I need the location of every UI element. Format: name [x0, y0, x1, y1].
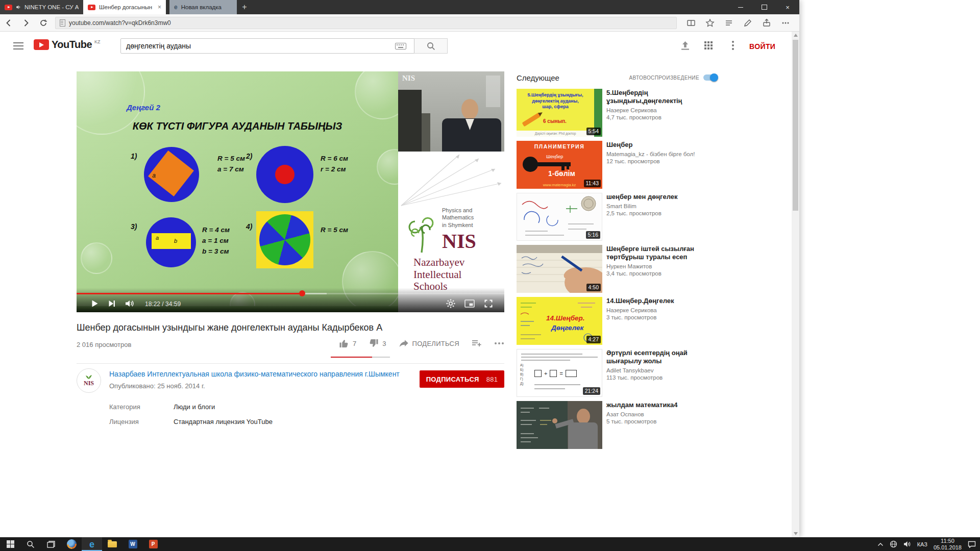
- dislike-button[interactable]: 3: [369, 338, 386, 348]
- video-more-button[interactable]: [494, 342, 504, 345]
- nis-tree-icon: [406, 211, 438, 254]
- share-button[interactable]: [760, 16, 774, 30]
- add-to-playlist-button[interactable]: [472, 339, 482, 347]
- sign-in-button[interactable]: ВОЙТИ: [749, 42, 775, 51]
- favorites-button[interactable]: [703, 16, 717, 30]
- related-video-title[interactable]: шеңбер мен дөңгелек: [606, 193, 718, 201]
- subscribe-button[interactable]: ПОДПИСАТЬСЯ 881: [420, 370, 504, 388]
- browser-tab-new[interactable]: e Новая вкладка: [169, 0, 237, 14]
- start-button[interactable]: [0, 537, 20, 551]
- tab-title: Шенбер догасынын узы: [99, 4, 152, 10]
- video-thumbnail[interactable]: 5:16: [517, 193, 602, 241]
- channel-avatar[interactable]: NIS: [77, 368, 101, 393]
- scroll-down-icon[interactable]: [794, 532, 798, 535]
- share-video-button[interactable]: ПОДЕЛИТЬСЯ: [399, 339, 459, 348]
- maximize-button[interactable]: [752, 0, 776, 14]
- keyboard-icon[interactable]: [395, 43, 406, 49]
- related-video-item[interactable]: А) Б) В) Г) Д) += 21:24 Әртүрлі есептерд…: [517, 349, 718, 397]
- duration-badge: 5:16: [586, 231, 600, 239]
- close-icon: ×: [786, 4, 790, 11]
- related-video-item[interactable]: жылдам математика4 Азат Оспанов 5 тыс. п…: [517, 401, 718, 449]
- web-note-button[interactable]: [741, 16, 755, 30]
- network-icon[interactable]: [890, 540, 897, 548]
- figure-2-circle: [256, 146, 313, 203]
- autoplay-toggle[interactable]: [703, 74, 718, 81]
- task-view-button[interactable]: [41, 537, 61, 551]
- video-thumbnail[interactable]: [517, 401, 602, 449]
- webcam-shelf: [398, 90, 422, 152]
- powerpoint-taskbar-icon[interactable]: P: [143, 537, 163, 551]
- video-player[interactable]: Деңгей 2 КӨК ТҮСТІ ФИГУРА АУДАНЫН ТАБЫҢЫ…: [77, 71, 504, 312]
- upload-icon[interactable]: [679, 40, 692, 51]
- related-video-title[interactable]: 5.Шеңбердің ұзындығы,дөңгелектің: [606, 89, 718, 105]
- like-button[interactable]: 7: [339, 338, 356, 348]
- forward-button[interactable]: [17, 14, 35, 31]
- related-video-item[interactable]: 5.Шеңбердің ұзындығы, дөңгелектің ауданы…: [517, 89, 718, 137]
- browser-tab-active[interactable]: Шенбер догасынын узы ×: [83, 0, 166, 14]
- playlist-add-icon: [472, 339, 482, 347]
- back-button[interactable]: [0, 14, 17, 31]
- tab-close-icon[interactable]: ×: [158, 4, 161, 11]
- up-next-heading: Следующее: [517, 73, 559, 82]
- speaker-icon[interactable]: [903, 541, 911, 547]
- address-bar[interactable]: youtube.com/watch?v=qkDrk6n3mw0: [55, 17, 677, 29]
- header-more-icon[interactable]: [732, 41, 734, 50]
- firefox-taskbar-icon[interactable]: [61, 537, 82, 551]
- minimize-button[interactable]: [729, 0, 752, 14]
- related-video-title[interactable]: жылдам математика4: [606, 401, 718, 409]
- video-thumbnail[interactable]: А) Б) В) Г) Д) += 21:24: [517, 349, 602, 397]
- scroll-up-icon[interactable]: [794, 34, 798, 37]
- play-button[interactable]: [90, 299, 99, 310]
- related-video-item[interactable]: 5:16 шеңбер мен дөңгелек Smart Bilim 2,5…: [517, 193, 718, 241]
- volume-button[interactable]: [125, 299, 135, 310]
- miniplayer-button[interactable]: [464, 299, 475, 310]
- channel-name-link[interactable]: Назарбаев Интеллектуальная школа физико-…: [109, 370, 415, 378]
- related-video-title[interactable]: Әртүрлі есептердің оңай шығарылу жолы: [606, 349, 718, 365]
- taskbar-clock[interactable]: 11:50 05.01.2018: [934, 538, 962, 550]
- refresh-button[interactable]: [35, 14, 52, 31]
- next-video-button[interactable]: [107, 299, 116, 310]
- video-thumbnail[interactable]: 4:50: [517, 245, 602, 293]
- related-video-title[interactable]: Шеңберге іштей сызылған төртбұрыш туралы…: [606, 245, 718, 261]
- figure-1-side-label: a: [152, 172, 156, 179]
- taskbar-search-button[interactable]: [20, 537, 41, 551]
- related-video-title[interactable]: Шеңбер: [606, 141, 718, 149]
- word-taskbar-icon[interactable]: W: [122, 537, 143, 551]
- related-video-item[interactable]: ПЛАНИМЕТРИЯ Шеңбер 1-бөлім www.matemagia…: [517, 141, 718, 189]
- edge-taskbar-icon[interactable]: e: [82, 537, 102, 551]
- video-thumbnail[interactable]: ПЛАНИМЕТРИЯ Шеңбер 1-бөлім www.matemagia…: [517, 141, 602, 189]
- language-indicator[interactable]: КАЗ: [917, 541, 927, 547]
- edge-icon: e: [89, 540, 94, 549]
- related-video-views: 113 тыс. просмотров: [606, 374, 718, 381]
- video-thumbnail[interactable]: 14.Шеңбер. Дөңгелек 4:27: [517, 297, 602, 345]
- video-thumbnail[interactable]: 5.Шеңбердің ұзындығы, дөңгелектің ауданы…: [517, 89, 602, 137]
- scrollbar-thumb[interactable]: [793, 40, 798, 211]
- file-explorer-taskbar-icon[interactable]: [102, 537, 122, 551]
- hub-button[interactable]: [722, 16, 736, 30]
- progress-knob[interactable]: [299, 290, 305, 296]
- related-video-item[interactable]: 4:50 Шеңберге іштей сызылған төртбұрыш т…: [517, 245, 718, 293]
- tray-chevron-icon[interactable]: [877, 542, 884, 546]
- new-tab-button[interactable]: +: [237, 0, 252, 14]
- related-video-title[interactable]: 14.Шеңбер.Дөңгелек: [606, 297, 718, 305]
- reading-view-button[interactable]: [684, 16, 698, 30]
- page-scrollbar[interactable]: [792, 32, 799, 537]
- search-input[interactable]: [120, 38, 414, 54]
- category-value[interactable]: Люди и блоги: [174, 403, 215, 411]
- search-button[interactable]: [414, 38, 448, 54]
- nis-department-text: Physics and Mathematics in Shymkent: [442, 207, 474, 229]
- settings-button[interactable]: [446, 299, 455, 310]
- star-icon: [705, 18, 715, 28]
- more-button[interactable]: [778, 16, 793, 30]
- youtube-logo[interactable]: YouTube KZ: [34, 39, 101, 50]
- youtube-logo-text: YouTube: [52, 39, 92, 50]
- action-center-icon[interactable]: [968, 541, 976, 548]
- tab-title: NINETY ONE - СУ АСТЫ: [24, 4, 79, 10]
- windows-logo-icon: [7, 540, 14, 548]
- fullscreen-button[interactable]: [484, 299, 493, 310]
- apps-grid-icon[interactable]: [704, 41, 713, 49]
- close-button[interactable]: ×: [776, 0, 799, 14]
- related-video-item[interactable]: 14.Шеңбер. Дөңгелек 4:27 14.Шеңбер.Дөңге…: [517, 297, 718, 345]
- menu-hamburger-icon[interactable]: [13, 42, 23, 49]
- browser-tab-ninety-one[interactable]: NINETY ONE - СУ АСТЫ: [0, 0, 83, 14]
